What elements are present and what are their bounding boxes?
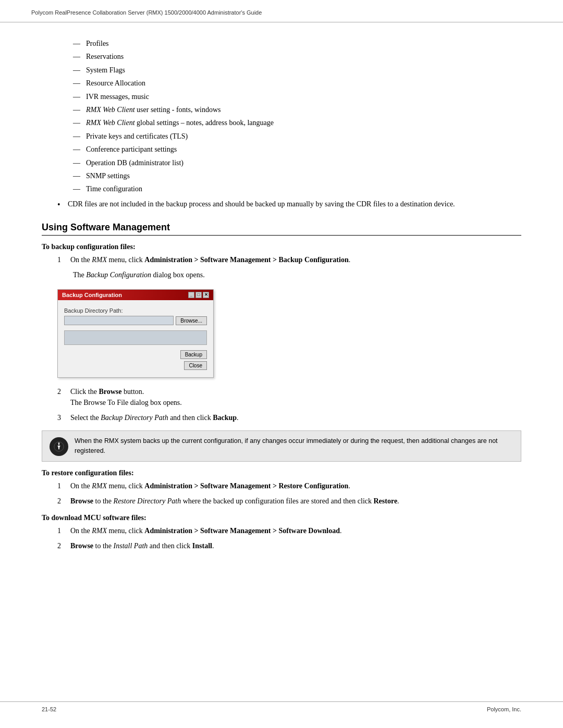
list-item: IVR messages, music bbox=[73, 91, 521, 103]
dialog-minimize-button[interactable]: _ bbox=[188, 292, 194, 298]
list-item: Resource Allocation bbox=[73, 78, 521, 89]
list-item: CDR files are not included in the backup… bbox=[57, 199, 521, 209]
list-item: SNMP settings bbox=[73, 170, 521, 182]
dialog-maximize-button[interactable]: □ bbox=[195, 292, 202, 298]
company-name: Polycom, Inc. bbox=[487, 706, 521, 712]
download-steps: 1 On the RMX menu, click Administration … bbox=[57, 525, 521, 551]
restore-step-2: 2 Browse to the Restore Directory Path w… bbox=[57, 496, 521, 507]
page-number: 21-52 bbox=[42, 706, 56, 712]
restore-heading: To restore configuration files: bbox=[42, 469, 521, 477]
dialog-titlebar-buttons: _ □ ✕ bbox=[188, 292, 209, 298]
info-icon bbox=[53, 441, 65, 452]
step-2: 2 Click the Browse button. The Browse To… bbox=[57, 386, 521, 408]
list-item: System Flags bbox=[73, 65, 521, 76]
dash-list: Profiles Reservations System Flags Resou… bbox=[73, 38, 521, 195]
note-text: When the RMX system backs up the current… bbox=[75, 436, 513, 456]
note-icon bbox=[50, 437, 68, 456]
dialog-body: Backup Directory Path: Browse... Backup … bbox=[58, 300, 213, 377]
backup-button[interactable]: Backup bbox=[180, 350, 207, 359]
download-step-1: 1 On the RMX menu, click Administration … bbox=[57, 525, 521, 536]
backup-directory-row: Browse... bbox=[64, 316, 207, 325]
dialog-titlebar: Backup Configuration _ □ ✕ bbox=[58, 290, 213, 300]
restore-steps: 1 On the RMX menu, click Administration … bbox=[57, 480, 521, 507]
progress-area bbox=[64, 330, 207, 345]
page-footer: 21-52 Polycom, Inc. bbox=[0, 701, 563, 712]
list-item: Operation DB (administrator list) bbox=[73, 157, 521, 169]
download-heading: To download MCU software files: bbox=[42, 514, 521, 522]
dialog-open-text: The Backup Configuration dialog box open… bbox=[73, 269, 521, 281]
dialog-wrapper: Backup Configuration _ □ ✕ Backup Direct… bbox=[57, 289, 521, 378]
list-item: RMX Web Client global settings – notes, … bbox=[73, 117, 521, 129]
backup-steps-2-3: 2 Click the Browse button. The Browse To… bbox=[57, 386, 521, 423]
download-step-2: 2 Browse to the Install Path and then cl… bbox=[57, 540, 521, 551]
backup-section: To backup configuration files: 1 On the … bbox=[42, 243, 521, 423]
browse-button[interactable]: Browse... bbox=[176, 316, 207, 325]
close-dialog-button[interactable]: Close bbox=[184, 361, 207, 370]
section-heading: Using Software Management bbox=[42, 222, 521, 236]
list-item: Conference participant settings bbox=[73, 144, 521, 155]
list-item: Reservations bbox=[73, 51, 521, 63]
page-header: Polycom RealPresence Collaboration Serve… bbox=[0, 0, 563, 22]
main-content: Profiles Reservations System Flags Resou… bbox=[0, 22, 563, 587]
backup-heading: To backup configuration files: bbox=[42, 243, 521, 251]
dialog-title: Backup Configuration bbox=[62, 292, 122, 298]
close-row: Close bbox=[64, 361, 207, 370]
backup-directory-label: Backup Directory Path: bbox=[64, 307, 207, 314]
restore-section: To restore configuration files: 1 On the… bbox=[42, 469, 521, 507]
backup-action-row: Backup bbox=[64, 350, 207, 359]
step-1: 1 On the RMX menu, click Administration … bbox=[57, 254, 521, 265]
list-item: Time configuration bbox=[73, 183, 521, 195]
backup-configuration-dialog: Backup Configuration _ □ ✕ Backup Direct… bbox=[57, 289, 214, 378]
restore-step-1: 1 On the RMX menu, click Administration … bbox=[57, 480, 521, 491]
list-item: RMX Web Client user setting - fonts, win… bbox=[73, 104, 521, 116]
header-text: Polycom RealPresence Collaboration Serve… bbox=[31, 9, 262, 16]
bullet-list: CDR files are not included in the backup… bbox=[57, 199, 521, 209]
note-box: When the RMX system backs up the current… bbox=[42, 430, 521, 462]
download-section: To download MCU software files: 1 On the… bbox=[42, 514, 521, 551]
backup-steps: 1 On the RMX menu, click Administration … bbox=[57, 254, 521, 265]
list-item: Profiles bbox=[73, 38, 521, 50]
list-item: Private keys and certificates (TLS) bbox=[73, 131, 521, 142]
svg-point-1 bbox=[58, 442, 60, 444]
backup-directory-input[interactable] bbox=[64, 316, 174, 325]
dialog-close-button[interactable]: ✕ bbox=[203, 292, 209, 298]
step-3: 3 Select the Backup Directory Path and t… bbox=[57, 412, 521, 423]
